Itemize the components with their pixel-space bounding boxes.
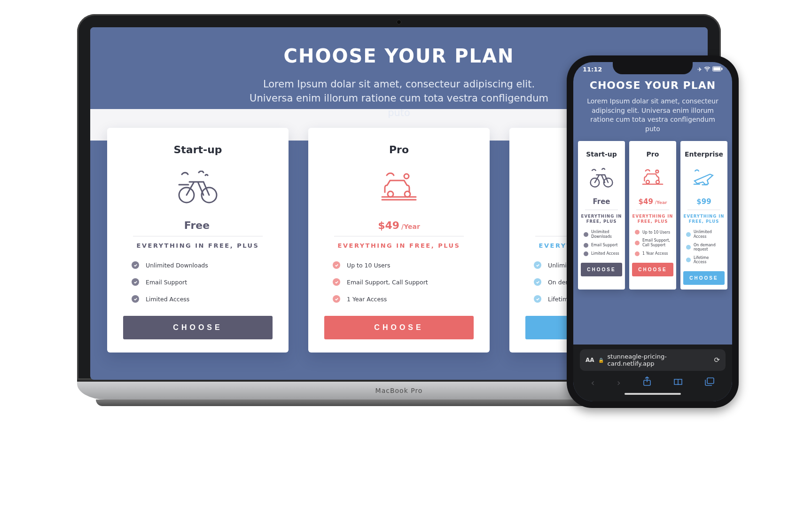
airplane-mode-icon: ✈︎ (697, 66, 702, 73)
hero-section-mobile: CHOOSE YOUR PLAN Lorem Ipsum dolar sit a… (573, 75, 732, 133)
plan-name: Enterprise (685, 150, 723, 158)
svg-point-4 (405, 191, 410, 197)
features-heading: EVERYTHING IN FREE, PLUS (338, 242, 461, 249)
bookmarks-icon[interactable] (673, 377, 683, 388)
feature-list: Unlimited Downloads Email Support Limite… (581, 228, 622, 258)
plane-icon (691, 166, 717, 190)
plan-price: $99 (696, 197, 711, 206)
divider (334, 236, 464, 236)
url-bar[interactable]: AA 🔒 stunneagle-pricing-card.netlify.app… (580, 349, 726, 371)
forward-button[interactable]: › (617, 377, 621, 388)
divider (636, 210, 669, 210)
check-icon (635, 230, 640, 235)
back-button[interactable]: ‹ (591, 377, 595, 388)
check-icon (534, 278, 541, 286)
svg-point-2 (404, 174, 409, 179)
check-icon (584, 251, 588, 256)
svg-point-12 (646, 180, 649, 184)
car-icon (640, 166, 665, 190)
divider (133, 236, 263, 236)
plan-name: Start-up (173, 144, 222, 156)
feature-item: 1 Year Access (635, 250, 671, 258)
svg-rect-7 (713, 67, 720, 71)
home-indicator[interactable] (625, 393, 681, 395)
feature-item: Limited Access (584, 250, 619, 258)
choose-button-start-up[interactable]: CHOOSE (123, 316, 273, 339)
choose-button-pro[interactable]: CHOOSE (632, 263, 673, 276)
device-mockup-stage: CHOOSE YOUR PLAN Lorem Ipsum dolar sit a… (77, 14, 735, 428)
share-icon[interactable] (643, 376, 651, 388)
feature-item: On demand request (686, 241, 722, 254)
status-icons: ✈︎ (697, 66, 723, 73)
check-icon (333, 295, 340, 303)
plan-price: Free (184, 219, 211, 231)
feature-item: Lifetime Access (686, 254, 722, 266)
features-heading: EVERYTHING IN FREE, PLUS (683, 214, 725, 224)
pricing-cards-row-mobile: Start-up Free EVERYTHING IN FREE, PLUS U… (573, 133, 732, 290)
lock-icon: 🔒 (598, 358, 604, 363)
plan-card-start-up: Start-up Free EVERYTHING IN FREE, PLUS U… (578, 141, 625, 290)
check-icon (635, 241, 640, 245)
check-icon (132, 295, 139, 303)
reload-icon[interactable]: ⟳ (714, 356, 720, 364)
features-heading: EVERYTHING IN FREE, PLUS (581, 214, 622, 224)
page-title: CHOOSE YOUR PLAN (212, 45, 586, 67)
phone-notch (613, 62, 693, 74)
choose-button-pro[interactable]: CHOOSE (324, 316, 474, 339)
svg-point-3 (388, 191, 393, 197)
feature-item: Unlimited Downloads (584, 228, 619, 241)
wifi-icon (704, 66, 710, 73)
page-subtitle: Lorem Ipsum dolar sit amet, consecteur a… (249, 77, 549, 120)
check-icon (635, 251, 640, 256)
divider (585, 210, 618, 210)
choose-button-start-up[interactable]: CHOOSE (581, 263, 622, 276)
bicycle-icon (176, 169, 219, 206)
feature-item: 1 Year Access (333, 290, 465, 307)
check-icon (132, 278, 139, 286)
feature-list: Unlimited Access On demand request Lifet… (683, 228, 725, 266)
plan-card-start-up: Start-up Free EVERYTHING IN (107, 128, 289, 353)
check-icon (534, 261, 541, 269)
safari-tab-bar: ‹ › (580, 376, 726, 388)
tabs-icon[interactable] (705, 377, 714, 388)
feature-item: Email Support, Call Support (635, 236, 671, 249)
svg-rect-15 (707, 378, 714, 384)
check-icon (686, 258, 691, 262)
feature-item: Unlimited Downloads (132, 257, 264, 274)
car-icon (377, 169, 421, 206)
bicycle-icon (589, 166, 614, 190)
check-icon (333, 261, 340, 269)
plan-card-pro: Pro $49/Year EVERYTHING IN FREE, PLUS Up… (629, 141, 676, 290)
feature-item: Limited Access (132, 290, 264, 307)
features-heading: EVERYTHING IN FREE, PLUS (137, 242, 259, 249)
check-icon (333, 278, 340, 286)
svg-point-11 (656, 170, 658, 173)
feature-item: Email Support, Call Support (333, 274, 465, 290)
feature-item: Email Support (584, 241, 619, 250)
check-icon (686, 245, 691, 250)
feature-list: Up to 10 Users Email Support, Call Suppo… (632, 228, 673, 258)
feature-list: Unlimited Downloads Email Support Limite… (117, 257, 279, 307)
plan-price: $49/Year (378, 219, 420, 231)
phone-frame: 11:12 ✈︎ CHOOSE YOUR PLAN Lorem Ipsum do… (567, 55, 739, 408)
plan-card-pro: Pro $49/Year (308, 128, 490, 353)
svg-point-13 (656, 180, 659, 184)
divider (687, 210, 720, 210)
battery-icon (712, 66, 723, 73)
laptop-camera (397, 20, 401, 24)
check-icon (584, 243, 588, 248)
svg-point-5 (707, 71, 708, 71)
choose-button-enterprise[interactable]: CHOOSE (683, 271, 725, 285)
text-size-button[interactable]: AA (586, 357, 594, 363)
plan-price: Free (593, 197, 610, 206)
plan-name: Pro (389, 144, 409, 156)
plan-name: Start-up (586, 150, 617, 158)
check-icon (132, 261, 139, 269)
plan-card-enterprise: Enterprise $99 EVERYTHING IN FREE, PLUS … (680, 141, 727, 290)
feature-item: Email Support (132, 274, 264, 290)
safari-toolbar: AA 🔒 stunneagle-pricing-card.netlify.app… (573, 345, 732, 401)
features-heading: EVERYTHING IN FREE, PLUS (632, 214, 673, 224)
check-icon (584, 232, 588, 237)
status-time: 11:12 (583, 66, 602, 73)
phone-screen: 11:12 ✈︎ CHOOSE YOUR PLAN Lorem Ipsum do… (573, 62, 732, 401)
